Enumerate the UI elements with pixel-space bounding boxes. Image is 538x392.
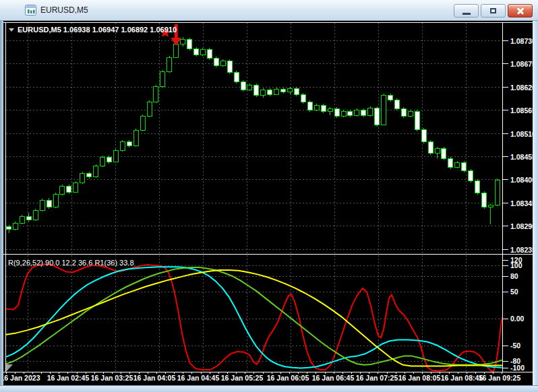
time-label: 16 Jan 04:45 [177,374,220,382]
candle [368,108,373,115]
chart-background[interactable] [3,21,533,385]
candle [314,105,319,110]
candle [401,108,406,116]
candle [13,223,18,229]
candle [127,141,131,145]
candle [482,193,487,207]
candle [167,57,172,71]
window-title: EURUSD,M5 [40,0,88,21]
candle [107,158,111,162]
candle [442,148,446,158]
candle [113,151,118,162]
minimize-button[interactable] [454,4,479,18]
candle [234,73,239,82]
candle [355,110,359,116]
time-label: 16 Jan 04:05 [133,374,176,382]
candle [174,44,179,57]
candle [388,95,393,100]
candle [294,88,299,94]
time-label: 16 Jan 03:25 [91,374,133,382]
candle [462,162,467,171]
candle [281,90,286,92]
candle [321,105,326,111]
candle [187,40,192,49]
candle [408,111,413,117]
candle [133,131,138,146]
time-label: 16 Jan 08:45 [441,374,483,382]
indicator-tick-label: 100 [510,261,522,269]
candle [33,211,38,220]
candle [154,87,158,102]
close-button[interactable] [508,4,533,18]
candle [348,111,353,115]
indicator-header: R(9,26,52) 90.0 12.2 36.6 R1(36) 33.8 [8,259,134,267]
restore-button[interactable] [481,4,506,18]
indicator-tick-label: 80 [510,272,518,280]
candle [53,195,58,207]
candle [415,111,419,130]
time-label: 16 Jan 06:45 [312,374,355,382]
indicator-tick-label: 0.00 [510,315,525,323]
candle [307,102,312,110]
candle [268,90,272,94]
candle [375,108,380,125]
candle [60,186,65,195]
candle [455,162,460,168]
minimize-icon [462,13,471,15]
candle [428,141,433,154]
candle [214,58,218,65]
candle [26,216,31,220]
time-label: 16 Jan 09:25 [479,374,521,382]
indicator-tick-label: 50 [510,288,518,296]
candle [40,201,44,211]
candle [254,85,259,95]
candle [301,94,305,102]
candle [20,216,24,223]
candle [247,85,252,90]
candle [67,186,71,192]
candle [100,158,105,166]
candle [328,108,332,111]
candle [200,50,205,55]
candle [94,166,98,176]
candle [394,100,399,109]
time-label: 16 Jan 05:25 [221,374,264,382]
window-border-bottom [0,385,538,392]
candle [147,102,152,116]
restore-icon [490,8,496,13]
candle [361,110,366,116]
candle [227,61,232,73]
time-label: 16 Jan 2023 [1,374,40,382]
time-label: 16 Jan 02:45 [47,374,90,382]
candle [475,181,480,193]
candle [382,95,386,125]
candle [448,158,453,168]
indicator-tick-label: -100 [510,364,525,372]
candle [7,226,11,229]
indicator-tick-label: -50 [510,341,520,350]
candle [80,174,85,183]
time-label: 16 Jan 06:05 [267,374,309,382]
time-label: 16 Jan 07:25 [356,374,398,382]
chart-icon [25,5,36,15]
chart-window: 1.087301.086751.086201.085651.085101.084… [0,0,538,392]
candle [288,88,293,92]
candle [220,61,225,66]
window-border-left [0,21,3,385]
window-controls [454,4,533,18]
candle [181,40,185,44]
candle [140,117,145,131]
candle [87,174,92,177]
window-border-right [533,21,538,385]
candle [207,50,212,59]
candle [194,49,199,55]
candle [47,201,51,207]
candle [469,171,473,181]
time-label: 16 Jan 08:05 [398,374,441,382]
candle [261,90,266,96]
symbol-ohlc-header: EURUSD,M5 1.06938 1.06947 1.06892 1.0691… [18,26,177,34]
candle [120,141,125,151]
chart-canvas[interactable]: 1.087301.086751.086201.085651.085101.084… [0,0,538,392]
candle [274,90,279,95]
title-bar[interactable]: EURUSD,M5 [0,0,538,21]
